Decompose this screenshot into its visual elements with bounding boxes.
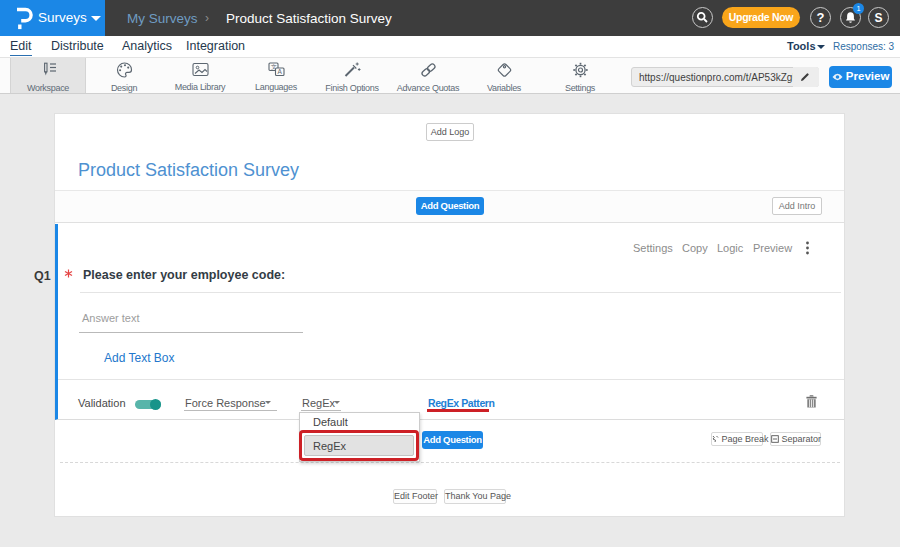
svg-text:A: A [277,68,282,75]
